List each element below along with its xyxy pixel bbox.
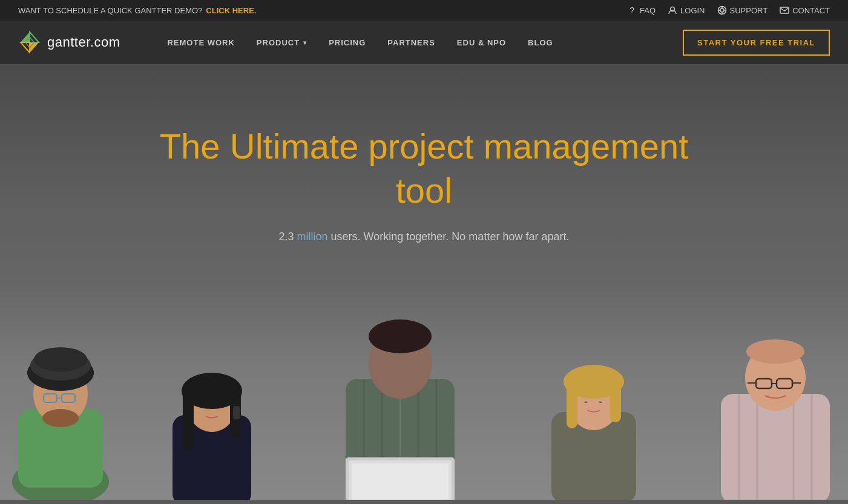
svg-point-23 (42, 409, 79, 427)
logo-text: gantter.com (47, 34, 120, 50)
contact-link[interactable]: CONTACT (780, 5, 830, 15)
nav-blog[interactable]: BLOG (517, 21, 564, 64)
person-5 (703, 306, 848, 500)
svg-rect-44 (567, 380, 577, 428)
svg-point-37 (369, 319, 432, 353)
svg-rect-7 (780, 7, 789, 13)
nav-pricing[interactable]: PRICING (318, 21, 376, 64)
nav-partners[interactable]: PARTNERS (376, 21, 446, 64)
people-illustration (0, 288, 848, 500)
hero-section: The Ultimate project management tool 2.3… (0, 64, 848, 500)
start-trial-button[interactable]: START YOUR FREE TRIAL (683, 30, 830, 56)
person-4 (527, 330, 660, 500)
svg-rect-29 (233, 406, 240, 419)
login-icon (668, 5, 677, 15)
svg-rect-27 (183, 390, 194, 450)
svg-point-2 (720, 8, 724, 12)
hero-title: The Ultimate project management tool (152, 125, 697, 212)
support-link[interactable]: SUPPORT (717, 5, 768, 15)
svg-rect-40 (352, 463, 449, 500)
nav-remote-work[interactable]: REMOTE WORK (156, 21, 245, 64)
nav-edu-npo[interactable]: EDU & NPO (446, 21, 517, 64)
person-2 (151, 336, 272, 500)
product-dropdown-icon: ▾ (303, 39, 307, 46)
nav-product[interactable]: PRODUCT ▾ (246, 21, 318, 64)
nav-links: REMOTE WORK PRODUCT ▾ PRICING PARTNERS E… (156, 21, 683, 64)
demo-announcement: WANT TO SCHEDULE A QUICK GANTTER DEMO? C… (18, 6, 256, 15)
contact-icon (780, 5, 789, 15)
svg-point-53 (746, 339, 804, 364)
click-here-link[interactable]: CLICK HERE. (206, 6, 256, 15)
demo-text: WANT TO SCHEDULE A QUICK GANTTER DEMO? (18, 6, 202, 15)
support-icon (717, 5, 727, 15)
logo-icon (18, 31, 41, 54)
svg-marker-12 (21, 42, 30, 53)
top-bar-links: ? FAQ LOGIN (627, 5, 830, 15)
main-nav: gantter.com REMOTE WORK PRODUCT ▾ PRICIN… (0, 21, 848, 64)
person-1 (0, 318, 121, 500)
svg-marker-11 (30, 32, 39, 42)
logo[interactable]: gantter.com (18, 31, 120, 54)
person-3 (315, 288, 485, 500)
faq-link[interactable]: ? FAQ (627, 5, 656, 15)
login-link[interactable]: LOGIN (668, 5, 705, 15)
svg-point-19 (34, 347, 87, 371)
svg-rect-45 (610, 380, 621, 422)
hero-subtitle: 2.3 million users. Working together. No … (279, 231, 570, 243)
faq-icon: ? (627, 5, 637, 15)
top-bar: WANT TO SCHEDULE A QUICK GANTTER DEMO? C… (0, 0, 848, 21)
